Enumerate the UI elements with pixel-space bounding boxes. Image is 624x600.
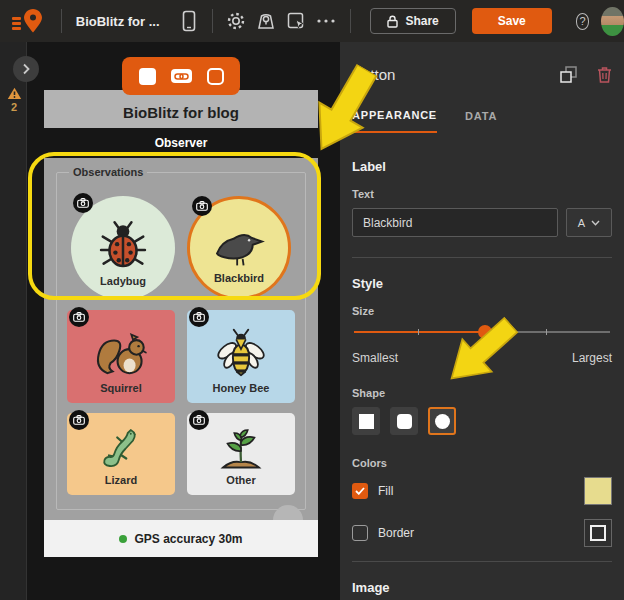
observations-fieldset: Observations [56, 166, 306, 510]
other-button[interactable]: Other [187, 413, 295, 495]
phone-form-header: BioBlitz for blog [44, 90, 318, 128]
blackbird-button-selected[interactable]: Blackbird [187, 196, 291, 300]
camera-badge-icon [69, 410, 89, 430]
section-label: Observer [44, 136, 318, 150]
observations-legend: Observations [69, 166, 147, 178]
honey-bee-illustration [215, 328, 267, 380]
shape-label: Shape [352, 387, 612, 399]
section-divider [352, 561, 612, 562]
device-preview-icon[interactable] [179, 8, 199, 34]
tile-label: Honey Bee [213, 382, 270, 394]
select-tool-icon[interactable] [286, 8, 306, 34]
top-toolbar: BioBlitz for ... Share Save ? [0, 0, 624, 42]
trash-icon [597, 66, 612, 83]
honey-bee-button[interactable]: Honey Bee [187, 310, 295, 403]
tile-label: Blackbird [214, 272, 264, 284]
camera-badge-icon [73, 193, 93, 213]
phone-form-body: Observations [44, 158, 318, 520]
tab-data[interactable]: DATA [465, 109, 497, 133]
outline-square-tool-icon[interactable] [207, 68, 224, 85]
size-min-label: Smallest [352, 351, 398, 365]
tile-label: Lizard [105, 474, 137, 486]
tile-label: Ladybug [100, 275, 146, 287]
map-pin-logo-icon [23, 8, 43, 34]
form-preview-area: 2 BioBlitz for blog Observer Observation… [0, 42, 340, 600]
image-section-heading: Image [352, 580, 612, 595]
border-color-swatch[interactable] [584, 519, 612, 547]
rounded-square-shape-icon [397, 414, 412, 429]
toolbar-divider [212, 9, 213, 33]
save-button[interactable]: Save [472, 8, 552, 34]
square-shape-icon [359, 414, 374, 429]
fill-color-swatch[interactable] [584, 477, 612, 505]
squirrel-illustration [93, 332, 149, 380]
settings-gear-icon[interactable] [226, 8, 246, 34]
section-divider [352, 257, 612, 258]
gps-status-text: GPS accuracy 30m [134, 532, 242, 546]
share-button[interactable]: Share [370, 8, 455, 34]
lizard-button[interactable]: Lizard [67, 413, 175, 495]
size-max-label: Largest [572, 351, 612, 365]
filled-square-tool-icon[interactable] [139, 68, 156, 85]
toolbar-divider [350, 9, 351, 33]
sprout-illustration [216, 424, 266, 472]
delete-button[interactable] [597, 66, 612, 83]
camera-badge-icon [189, 410, 209, 430]
border-label: Border [378, 526, 414, 540]
logo-bars-icon [12, 17, 21, 30]
map-location-icon[interactable] [256, 8, 276, 34]
label-section-heading: Label [352, 159, 612, 174]
lock-icon [387, 15, 398, 28]
chevron-right-icon [22, 63, 30, 75]
shape-square-button[interactable] [352, 407, 380, 435]
slider-tick [546, 329, 547, 335]
app-builder-window: BioBlitz for ... Share Save ? [0, 0, 624, 600]
duplicate-icon [560, 66, 577, 83]
font-style-label: A [578, 217, 585, 229]
duplicate-button[interactable] [560, 66, 577, 83]
label-text-input[interactable] [352, 208, 558, 237]
link-tool-icon[interactable] [171, 69, 192, 83]
app-title: BioBlitz for ... [76, 14, 160, 29]
lizard-illustration [96, 424, 146, 472]
fulcrum-logo [12, 8, 43, 34]
share-label: Share [405, 14, 438, 28]
gps-status-dot [119, 535, 127, 543]
slider-tick [418, 329, 419, 335]
expand-sidebar-button[interactable] [13, 56, 39, 82]
size-label: Size [352, 305, 612, 317]
form-title: BioBlitz for blog [123, 104, 239, 121]
size-slider[interactable] [354, 325, 610, 339]
ladybug-button[interactable]: Ladybug [71, 196, 175, 300]
blackbird-illustration [209, 226, 269, 270]
tile-label: Other [226, 474, 255, 486]
fill-checkbox[interactable] [352, 483, 368, 499]
font-style-dropdown[interactable]: A [566, 208, 612, 237]
size-slider-fill [354, 331, 485, 333]
user-avatar[interactable] [601, 7, 624, 36]
warning-count: 2 [5, 101, 23, 113]
more-options-icon[interactable] [316, 8, 336, 34]
size-slider-thumb[interactable] [478, 325, 492, 339]
text-field-label: Text [352, 188, 612, 200]
tab-appearance[interactable]: APPEARANCE [352, 109, 437, 133]
gps-status-bar: GPS accuracy 30m [44, 520, 318, 557]
element-floating-toolbar [122, 57, 240, 95]
tile-label: Squirrel [100, 382, 142, 394]
check-icon [355, 487, 365, 495]
toolbar-divider [61, 9, 62, 33]
shape-circle-button-selected[interactable] [428, 407, 456, 435]
shape-rounded-button[interactable] [390, 407, 418, 435]
panel-tabs: APPEARANCE DATA [352, 109, 612, 133]
circle-shape-icon [435, 414, 450, 429]
border-checkbox[interactable] [352, 525, 368, 541]
help-button[interactable]: ? [576, 13, 590, 30]
camera-badge-icon [189, 307, 209, 327]
squirrel-button[interactable]: Squirrel [67, 310, 175, 403]
left-rail [0, 42, 27, 600]
ladybug-illustration [96, 217, 150, 273]
chevron-down-icon [591, 220, 600, 226]
camera-badge-icon [69, 307, 89, 327]
style-section-heading: Style [352, 276, 612, 291]
colors-section-heading: Colors [352, 457, 612, 469]
